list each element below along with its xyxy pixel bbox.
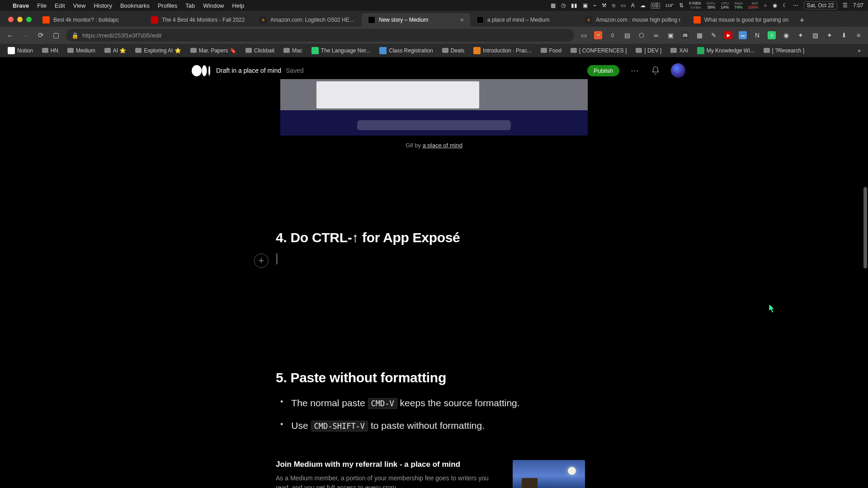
bullet-list[interactable]: • The normal paste CMD-V keeps the sourc… — [276, 395, 592, 433]
control-center-icon[interactable]: ☰ — [843, 2, 848, 9]
browser-tab[interactable]: What mouse is good for gaming on — [687, 13, 796, 27]
url-bar[interactable]: 🔒 https://medi/253f1e3f7d35/edit — [66, 29, 574, 42]
extension-icon[interactable]: N — [752, 30, 762, 40]
menu-bookmarks[interactable]: Bookmarks — [120, 2, 150, 9]
extension-icon[interactable]: ▬ — [738, 30, 748, 40]
publish-button[interactable]: Publish — [587, 65, 619, 76]
browser-tab[interactable]: Best 4k monitor? : buildapc — [36, 13, 145, 27]
menubar-tray-icon[interactable]: ⋯ — [793, 2, 798, 9]
menu-history[interactable]: History — [94, 2, 112, 9]
bookmark-folder[interactable]: Mar. Papers 🔖 — [187, 46, 240, 55]
section-heading-5[interactable]: 5. Paste without formatting — [276, 370, 592, 385]
browser-tab[interactable]: The 4 Best 4k Monitors - Fall 2022 — [145, 13, 253, 27]
bookmark-folder[interactable]: AI ⭐ — [101, 46, 130, 55]
extension-icon[interactable]: ◊ — [608, 30, 618, 40]
embedded-gif[interactable] — [280, 79, 588, 136]
menubar-tray-icon[interactable]: ▭ — [621, 2, 626, 9]
draft-location[interactable]: Draft in a place of mind — [216, 67, 281, 74]
bookmark-folder[interactable]: Exploring AI ⭐ — [132, 46, 184, 55]
reload-button[interactable]: ⟳ — [35, 30, 46, 41]
extension-icon[interactable]: ⬡ — [637, 30, 646, 40]
brave-shields-icon[interactable]: 🦁 — [593, 30, 603, 40]
editor-cursor-line[interactable]: + — [276, 253, 592, 266]
caption-link[interactable]: a place of mind — [423, 142, 462, 149]
bookmark-item[interactable]: Notion — [5, 46, 36, 56]
menubar-tray-icon[interactable]: ▣ — [583, 2, 588, 9]
bookmark-folder[interactable]: Deals — [439, 46, 468, 55]
extension-icon[interactable]: ✎ — [709, 30, 719, 40]
menu-view[interactable]: View — [73, 2, 86, 9]
add-block-button[interactable]: + — [254, 253, 269, 268]
embedded-image-block[interactable] — [280, 79, 588, 136]
menubar-tray-icon[interactable]: ▮▮ — [571, 2, 577, 9]
referral-card[interactable]: Join Medium with my referral link - a pl… — [276, 460, 592, 488]
extension-icon[interactable]: JS — [680, 30, 690, 40]
notifications-icon[interactable] — [650, 65, 661, 76]
bookmark-folder[interactable]: [ CONFERENCES ] — [567, 46, 630, 55]
window-minimize-button[interactable] — [17, 17, 23, 22]
menubar-tray-icon[interactable]: ☾ — [783, 2, 788, 9]
menubar-tray-icon[interactable]: ◉ — [773, 2, 777, 9]
extension-icon[interactable]: ▣ — [665, 30, 675, 40]
bookmark-folder[interactable]: XAI — [667, 46, 691, 55]
menubar-time[interactable]: 7:07 — [853, 2, 863, 9]
menu-tab[interactable]: Tab — [185, 2, 195, 9]
extension-icon[interactable]: ✦ — [796, 30, 806, 40]
menubar-tray-icon[interactable]: ☁ — [640, 2, 646, 9]
menubar-tray-icon[interactable]: ⚒ — [602, 2, 607, 9]
article-body[interactable]: Gif by a place of mind 4. Do CTRL-↑ for … — [267, 79, 601, 488]
app-menu-button[interactable]: ≡ — [854, 30, 863, 40]
bookmark-item[interactable]: The Language Ner... — [308, 46, 373, 56]
new-tab-button[interactable]: + — [796, 14, 808, 27]
browser-tab-active[interactable]: New story – Medium× — [362, 13, 470, 27]
bookmark-folder[interactable]: [ ?Research ] — [760, 46, 807, 55]
extension-icon[interactable]: ▨ — [810, 30, 820, 40]
window-close-button[interactable] — [8, 17, 14, 22]
more-options-icon[interactable]: ⋯ — [629, 65, 640, 76]
downloads-icon[interactable]: ⬇ — [839, 30, 849, 40]
image-caption[interactable]: Gif by a place of mind — [276, 142, 592, 149]
menubar-tray-icon[interactable]: ▦ — [551, 2, 556, 9]
menubar-tray-icon[interactable]: ◷ — [561, 2, 566, 9]
list-item[interactable]: • Use CMD-SHIFT-V to paste without forma… — [276, 418, 592, 433]
menubar-tray-icon[interactable]: US — [651, 3, 660, 9]
list-item[interactable]: • The normal paste CMD-V keeps the sourc… — [276, 395, 592, 411]
extension-icon[interactable]: S — [767, 30, 777, 40]
menubar-tray-icon[interactable]: ○ — [764, 2, 767, 9]
bookmark-item[interactable]: My Knowledge Wi... — [694, 46, 758, 56]
menubar-app-name[interactable]: Brave — [13, 2, 29, 9]
tab-close-icon[interactable]: × — [460, 16, 464, 23]
scrollbar[interactable] — [863, 115, 867, 488]
bookmark-item[interactable]: Introduction · Prac... — [470, 46, 534, 56]
menu-file[interactable]: File — [37, 2, 47, 9]
medium-logo-icon[interactable] — [192, 65, 212, 76]
bookmark-folder[interactable]: Food — [538, 46, 565, 55]
back-button[interactable]: ← — [5, 30, 15, 41]
scrollbar-thumb[interactable] — [863, 187, 867, 268]
menu-profiles[interactable]: Profiles — [158, 2, 177, 9]
bookmark-button[interactable]: ▢ — [51, 30, 61, 41]
extension-icon[interactable]: ∞ — [651, 30, 661, 40]
menu-help[interactable]: Help — [232, 2, 245, 9]
menu-window[interactable]: Window — [203, 2, 224, 9]
bookmark-folder[interactable]: Medium — [64, 46, 99, 55]
bookmark-item[interactable]: Class Registration — [376, 46, 436, 56]
window-fullscreen-button[interactable] — [26, 17, 32, 22]
forward-button[interactable]: → — [20, 30, 31, 41]
browser-tab[interactable]: aAmazon.com: Logitech G502 HERO — [253, 13, 362, 27]
section-heading-4[interactable]: 4. Do CTRL-↑ for App Exposé — [276, 230, 592, 245]
menubar-tray-icon[interactable]: ⎋ — [612, 2, 615, 9]
menubar-tray-icon[interactable]: ⇅ — [679, 2, 684, 9]
user-avatar[interactable] — [671, 63, 685, 78]
extension-icon[interactable]: ◉ — [781, 30, 791, 40]
bookmark-folder[interactable]: [ DEV ] — [632, 46, 665, 55]
menubar-tray-icon[interactable]: ⌁ — [593, 2, 596, 9]
browser-tab[interactable]: a place of mind – Medium — [470, 13, 579, 27]
extension-icon[interactable]: ▶ — [723, 30, 733, 40]
extension-icon[interactable]: ▦ — [694, 30, 704, 40]
bookmark-folder[interactable]: Clickbait — [242, 46, 278, 55]
bookmark-folder[interactable]: HN — [39, 46, 61, 55]
bookmark-folder[interactable]: Mac — [280, 46, 306, 55]
menu-edit[interactable]: Edit — [55, 2, 65, 9]
pip-icon[interactable]: ▭ — [579, 30, 589, 40]
